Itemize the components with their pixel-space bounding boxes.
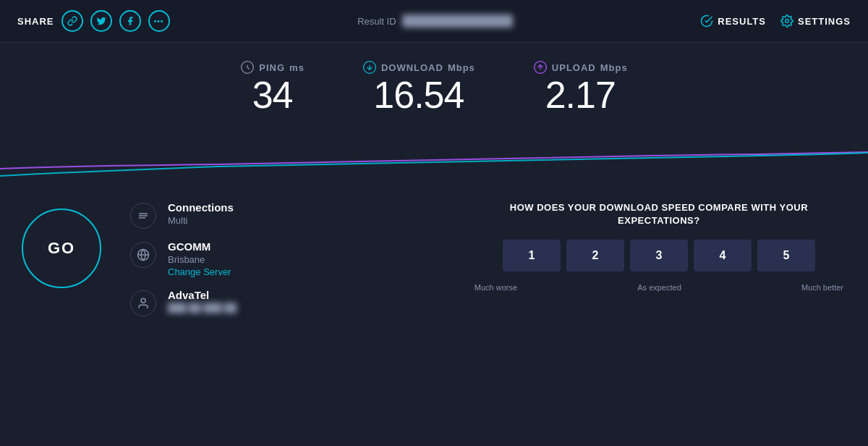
svg-point-0 — [786, 20, 789, 23]
svg-point-11 — [141, 298, 145, 303]
ping-value: 34 — [252, 75, 293, 116]
right-nav: RESULTS SETTINGS — [700, 14, 851, 28]
results-nav[interactable]: RESULTS — [700, 14, 766, 28]
download-value: 16.54 — [373, 75, 464, 116]
connections-row: Connections Multi — [130, 201, 443, 229]
go-button[interactable]: GO — [22, 209, 101, 288]
server-row: GCOMM Brisbane Change Server — [130, 240, 443, 277]
survey-section: HOW DOES YOUR DOWNLOAD SPEED COMPARE WIT… — [457, 201, 846, 316]
facebook-icon[interactable] — [119, 10, 141, 32]
more-icon[interactable]: ••• — [148, 10, 170, 32]
isp-row: AdvaTel ███ ██ ███ ██ — [130, 289, 443, 316]
connections-details: Connections Multi — [168, 201, 234, 226]
upload-label: UPLOAD — [552, 62, 596, 73]
upload-metric: UPLOAD Mbps 2.17 — [533, 60, 628, 116]
survey-label-right: Much better — [801, 283, 843, 292]
link-icon[interactable] — [61, 10, 83, 32]
change-server-link[interactable]: Change Server — [168, 266, 231, 277]
download-unit: Mbps — [448, 62, 475, 73]
server-icon — [130, 242, 156, 268]
survey-buttons: 1 2 3 4 5 — [472, 240, 846, 272]
main-content: GO Connections Multi — [0, 187, 868, 331]
download-header: DOWNLOAD Mbps — [362, 60, 475, 75]
ping-unit: ms — [289, 62, 305, 73]
survey-labels: Much worse As expected Much better — [472, 283, 846, 292]
survey-question: HOW DOES YOUR DOWNLOAD SPEED COMPARE WIT… — [472, 201, 846, 227]
result-id-label: Result ID — [357, 16, 396, 27]
isp-ip: ███ ██ ███ ██ — [168, 303, 237, 313]
survey-btn-5[interactable]: 5 — [757, 240, 815, 272]
isp-details: AdvaTel ███ ██ ███ ██ — [168, 289, 237, 313]
upload-header: UPLOAD Mbps — [533, 60, 628, 75]
results-label: RESULTS — [718, 16, 766, 27]
top-bar: SHARE ••• Result ID ██████████████ RESUL… — [0, 0, 868, 43]
download-metric: DOWNLOAD Mbps 16.54 — [362, 60, 475, 116]
isp-label: AdvaTel — [168, 289, 237, 301]
ping-label: PING — [259, 62, 285, 73]
survey-btn-4[interactable]: 4 — [694, 240, 752, 272]
connections-label: Connections — [168, 201, 234, 214]
server-info: Connections Multi GCOMM Brisbane Change … — [116, 201, 443, 316]
go-section: GO — [22, 201, 101, 316]
download-label: DOWNLOAD — [381, 62, 443, 73]
metrics-bar: PING ms 34 DOWNLOAD Mbps 16.54 UPLOAD Mb… — [0, 43, 868, 129]
survey-btn-1[interactable]: 1 — [503, 240, 561, 272]
survey-label-middle: As expected — [637, 283, 681, 292]
survey-btn-3[interactable]: 3 — [630, 240, 688, 272]
share-section: SHARE ••• — [17, 10, 170, 32]
survey-btn-2[interactable]: 2 — [566, 240, 624, 272]
settings-nav[interactable]: SETTINGS — [780, 14, 851, 28]
server-provider: GCOMM — [168, 240, 231, 253]
twitter-icon[interactable] — [90, 10, 112, 32]
upload-unit: Mbps — [600, 62, 628, 73]
share-label: SHARE — [17, 16, 54, 27]
result-id-section: Result ID ██████████████ — [357, 14, 513, 28]
upload-value: 2.17 — [545, 75, 616, 116]
server-location: Brisbane — [168, 254, 231, 265]
ping-metric: PING ms 34 — [240, 60, 305, 116]
isp-icon — [130, 290, 156, 316]
ping-header: PING ms — [240, 60, 305, 75]
result-id-value: ██████████████ — [402, 14, 513, 28]
server-details: GCOMM Brisbane Change Server — [168, 240, 231, 277]
settings-label: SETTINGS — [798, 16, 851, 27]
connections-icon — [130, 203, 156, 229]
survey-label-left: Much worse — [475, 283, 517, 292]
connections-value: Multi — [168, 215, 234, 226]
speed-graph — [0, 129, 868, 187]
